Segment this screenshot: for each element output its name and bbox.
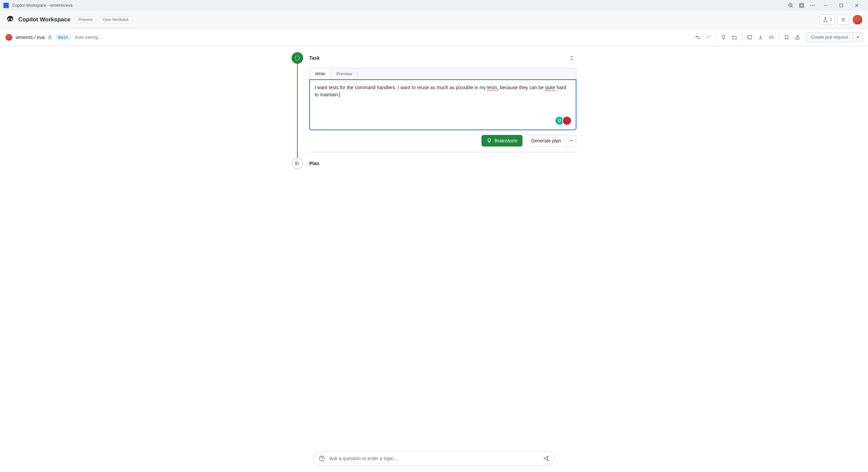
svg-rect-18 xyxy=(48,37,51,39)
spell-underline: tests, xyxy=(487,85,498,91)
window-maximize[interactable] xyxy=(833,0,849,11)
repo-owner: wmeints xyxy=(16,35,33,40)
chat-input[interactable] xyxy=(329,455,539,461)
window-minimize[interactable] xyxy=(818,0,833,11)
timeline-connector xyxy=(297,64,298,165)
generate-plan-label: Generate plan xyxy=(531,138,561,143)
repo-owner-avatar xyxy=(5,34,12,41)
svg-point-7 xyxy=(812,5,813,6)
svg-point-8 xyxy=(814,5,815,6)
share-button[interactable] xyxy=(792,32,803,42)
task-node-icon xyxy=(292,52,303,64)
svg-point-27 xyxy=(296,163,296,164)
copilot-logo-icon xyxy=(5,15,15,24)
experiments-button[interactable]: 3 xyxy=(820,15,835,25)
editor-chips xyxy=(555,116,572,125)
window-title: Copilot Workspace - wmeints/eva xyxy=(12,3,73,8)
generate-plan-caret[interactable] xyxy=(566,135,576,146)
send-icon[interactable] xyxy=(543,455,549,461)
svg-point-32 xyxy=(321,459,322,460)
list-icon xyxy=(841,17,846,22)
experiments-count: 3 xyxy=(829,17,832,22)
svg-point-25 xyxy=(296,162,296,162)
create-pull-request-button[interactable]: Create pull request xyxy=(806,32,863,42)
brand-title: Copilot Workspace xyxy=(18,16,71,23)
repo-toolbar: wmeints / eva main Auto saving... Create… xyxy=(0,28,868,46)
editor-tabs: Write Preview xyxy=(309,68,576,79)
svg-rect-5 xyxy=(801,4,803,6)
brainstorm-label: Brainstorm xyxy=(495,138,518,143)
task-editor[interactable]: I want tests for the command handlers. I… xyxy=(309,79,576,130)
brainstorm-button[interactable]: Brainstorm xyxy=(481,135,523,146)
give-feedback-link[interactable]: Give feedback xyxy=(99,16,133,23)
workspace-canvas: Task Write Preview I want tests for the … xyxy=(0,46,868,472)
help-icon xyxy=(319,455,325,461)
tab-write[interactable]: Write xyxy=(310,68,331,79)
idea-button[interactable] xyxy=(718,32,729,42)
task-actions: Brainstorm Generate plan xyxy=(309,135,576,152)
repo-path[interactable]: wmeints / eva xyxy=(16,35,45,40)
autosave-status: Auto saving... xyxy=(75,35,102,40)
svg-line-1 xyxy=(792,6,793,7)
terminal-button[interactable] xyxy=(744,32,755,42)
chat-bar xyxy=(314,451,554,466)
svg-point-14 xyxy=(11,19,12,19)
svg-rect-4 xyxy=(800,3,804,7)
download-button[interactable] xyxy=(755,32,766,42)
create-pr-label: Create pull request xyxy=(806,35,853,40)
plan-title: Plan xyxy=(309,161,319,166)
plan-header-row: Plan xyxy=(292,158,576,169)
bulb-icon xyxy=(487,138,492,143)
svg-rect-10 xyxy=(840,4,843,7)
list-button[interactable] xyxy=(837,15,849,25)
timeline: Task Write Preview I want tests for the … xyxy=(292,52,576,169)
undo-button[interactable] xyxy=(692,32,703,42)
collapse-task-button[interactable] xyxy=(567,53,576,63)
beaker-icon xyxy=(823,17,828,22)
record-chip[interactable] xyxy=(562,116,572,125)
svg-point-13 xyxy=(8,19,9,19)
svg-rect-20 xyxy=(748,36,752,39)
task-header-row: Task xyxy=(292,52,576,64)
repo-name: eva xyxy=(37,35,45,40)
more-icon[interactable] xyxy=(807,0,818,11)
user-avatar[interactable] xyxy=(852,15,863,25)
plan-node-icon xyxy=(292,158,303,169)
extension-icon[interactable] xyxy=(796,0,807,11)
task-title: Task xyxy=(309,55,320,61)
codespace-button[interactable] xyxy=(766,32,777,42)
branch-badge[interactable]: main xyxy=(56,34,71,40)
app-header: Copilot Workspace Preview Give feedback … xyxy=(0,11,868,28)
redo-button[interactable] xyxy=(703,32,714,42)
svg-point-6 xyxy=(810,5,811,6)
task-card: Write Preview I want tests for the comma… xyxy=(309,68,576,130)
window-close[interactable] xyxy=(849,0,865,11)
generate-plan-button[interactable]: Generate plan xyxy=(526,135,566,146)
window-titlebar: Copilot Workspace - wmeints/eva xyxy=(0,0,868,11)
text-cursor xyxy=(339,92,340,97)
task-text[interactable]: I want tests for the command handlers. I… xyxy=(315,84,571,98)
create-pr-caret[interactable] xyxy=(853,33,862,42)
spell-underline: quite xyxy=(545,85,555,91)
lock-icon xyxy=(47,35,52,40)
preview-badge[interactable]: Preview xyxy=(75,16,97,23)
app-icon xyxy=(3,3,9,8)
zoom-icon[interactable] xyxy=(785,0,796,11)
svg-point-22 xyxy=(295,56,300,60)
folder-button[interactable] xyxy=(729,32,740,42)
generate-plan-split: Generate plan xyxy=(526,135,576,146)
tab-preview[interactable]: Preview xyxy=(331,68,358,79)
svg-point-29 xyxy=(296,164,296,165)
bookmark-button[interactable] xyxy=(781,32,792,42)
